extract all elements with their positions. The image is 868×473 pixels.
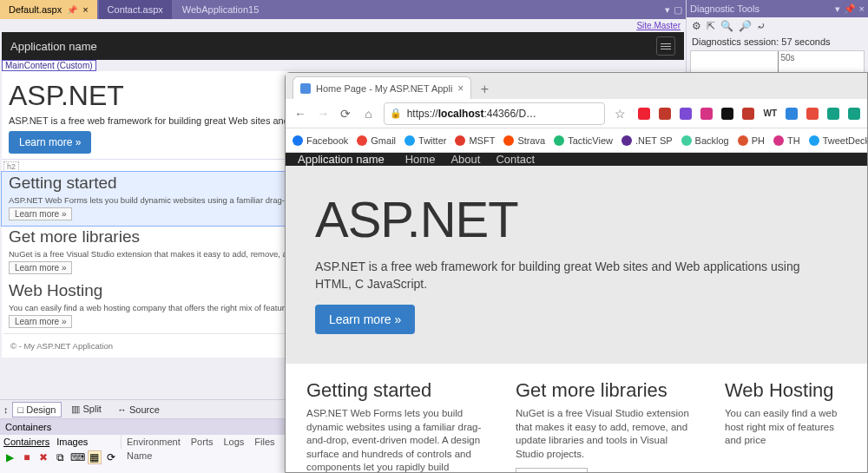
- select-tools-icon[interactable]: ⇱: [707, 20, 715, 32]
- diag-title-text: Diagnostic Tools: [690, 3, 760, 14]
- bookmark-item[interactable]: Facebook: [293, 135, 348, 146]
- extension-icon[interactable]: [680, 108, 692, 120]
- learn-more-button[interactable]: Learn more »: [9, 131, 91, 154]
- reset-zoom-icon[interactable]: ⤾: [757, 20, 766, 32]
- page-content: Application name Home About Contact ASP.…: [286, 153, 867, 472]
- home-icon[interactable]: ⌂: [361, 105, 377, 122]
- tab-label: Default.aspx: [9, 4, 62, 15]
- stop-icon[interactable]: ■: [20, 450, 33, 464]
- page-navbar: Application name Home About Contact: [286, 153, 867, 166]
- col-body: You can easily find a web host right mix…: [725, 407, 846, 448]
- pin-icon[interactable]: 📌: [844, 3, 856, 15]
- h2-tag[interactable]: h2: [3, 161, 19, 172]
- bookmark-item[interactable]: PH: [738, 135, 765, 146]
- browser-window: Home Page - My ASP.NET Appli × + ← → ⟳ ⌂…: [285, 72, 868, 473]
- nav-about[interactable]: About: [450, 153, 480, 166]
- nav-contact[interactable]: Contact: [496, 153, 535, 166]
- forward-icon: →: [315, 105, 331, 122]
- col-files[interactable]: Files: [254, 437, 274, 447]
- address-bar-row: ← → ⟳ ⌂ 🔒 https://localhost:44366/D… ☆ W…: [286, 99, 867, 128]
- content-placeholder-tag[interactable]: MainContent (Custom): [2, 60, 96, 71]
- bookmark-item[interactable]: Gmail: [357, 135, 396, 146]
- window-icon[interactable]: ▢: [674, 4, 682, 16]
- tabstrip-right-controls: ▾ ▢: [665, 0, 686, 19]
- learn-more-link[interactable]: Learn more »: [9, 315, 72, 328]
- view-split[interactable]: ▥ Split: [65, 401, 107, 417]
- col-title: Web Hosting: [725, 379, 846, 402]
- bookmark-item[interactable]: Strava: [503, 135, 545, 146]
- view-design[interactable]: □ Design: [12, 402, 62, 417]
- col-env[interactable]: Environment: [127, 437, 181, 447]
- extension-icon[interactable]: WT: [763, 108, 777, 118]
- extension-icon[interactable]: [700, 108, 713, 120]
- nav-home[interactable]: Home: [405, 153, 436, 166]
- diagnostic-tools-panel: Diagnostic Tools ▾ 📌 × ⚙ ⇱ 🔍 🔎 ⤾ Diagnos…: [686, 0, 868, 80]
- close-icon[interactable]: ×: [82, 4, 88, 15]
- bookmark-item[interactable]: .NET SP: [621, 135, 673, 146]
- browser-titlebar[interactable]: Home Page - My ASP.NET Appli × +: [286, 73, 867, 99]
- col-ports[interactable]: Ports: [191, 437, 214, 447]
- delete-icon[interactable]: ✖: [37, 450, 50, 464]
- inspect-icon[interactable]: ⧉: [54, 450, 67, 464]
- play-icon[interactable]: ▶: [3, 450, 16, 464]
- hamburger-icon[interactable]: [656, 36, 675, 56]
- close-icon[interactable]: ×: [457, 82, 464, 95]
- diag-titlebar[interactable]: Diagnostic Tools ▾ 📌 ×: [687, 0, 868, 17]
- chevron-down-icon[interactable]: ▾: [835, 3, 840, 15]
- favorite-icon[interactable]: ☆: [612, 105, 628, 122]
- extension-icon[interactable]: [742, 108, 754, 120]
- learn-more-button[interactable]: Learn more »: [315, 305, 415, 334]
- bookmark-item[interactable]: Twitter: [404, 135, 446, 146]
- appbar-brand[interactable]: Application name: [10, 40, 97, 53]
- extension-icon[interactable]: [659, 108, 671, 120]
- site-master-link[interactable]: Site.Master: [636, 21, 681, 30]
- extension-icon[interactable]: [827, 108, 839, 120]
- tab-containers[interactable]: Containers: [3, 437, 49, 447]
- page-hero: ASP.NET ASP.NET is a free web framework …: [286, 166, 867, 364]
- document-tabstrip: Default.aspx 📌 × Contact.aspx WebApplica…: [0, 0, 686, 19]
- nav-brand[interactable]: Application name: [298, 153, 385, 166]
- zoom-out-icon[interactable]: 🔎: [739, 20, 752, 32]
- extension-icon[interactable]: [848, 108, 860, 120]
- reload-icon[interactable]: ⟳: [338, 105, 353, 122]
- expand-icon[interactable]: ↕: [3, 404, 9, 415]
- col-logs[interactable]: Logs: [223, 437, 244, 447]
- learn-more-link[interactable]: Learn more »: [9, 207, 72, 220]
- terminal-icon[interactable]: ⌨: [70, 450, 84, 464]
- col-body: ASP.NET Web Forms lets you build dynamic…: [306, 407, 488, 472]
- bookmark-item[interactable]: MSFT: [455, 135, 495, 146]
- bookmarks-bar: FacebookGmailTwitterMSFTStravaTacticView…: [286, 128, 867, 153]
- doc-tab-default[interactable]: Default.aspx 📌 ×: [0, 0, 97, 19]
- browser-tab[interactable]: Home Page - My ASP.NET Appli ×: [293, 76, 471, 99]
- chevron-down-icon[interactable]: ▾: [665, 4, 670, 16]
- extension-icon[interactable]: [638, 108, 650, 120]
- doc-tab-project[interactable]: WebApplication15: [174, 0, 267, 19]
- hero-title: ASP.NET: [315, 190, 838, 248]
- learn-more-link[interactable]: Learn more »: [516, 468, 588, 472]
- bookmark-item[interactable]: TacticView: [554, 135, 613, 146]
- bookmark-item[interactable]: Backlog: [681, 135, 729, 146]
- bookmark-item[interactable]: TweetDeck: [809, 135, 867, 146]
- pin-icon[interactable]: 📌: [67, 5, 77, 15]
- extension-icon[interactable]: [806, 108, 819, 120]
- lock-icon: 🔒: [390, 108, 402, 119]
- zoom-in-icon[interactable]: 🔍: [720, 20, 733, 32]
- col-hosting: Web Hosting You can easily find a web ho…: [725, 379, 846, 472]
- bookmark-item[interactable]: TH: [773, 135, 800, 146]
- gear-icon[interactable]: ⚙: [692, 20, 701, 32]
- close-icon[interactable]: ×: [859, 3, 865, 14]
- extension-icon[interactable]: [786, 108, 798, 120]
- learn-more-link[interactable]: Learn more »: [9, 261, 72, 274]
- col-title: Get more libraries: [516, 379, 697, 402]
- col-body: NuGet is a free Visual Studio extension …: [516, 407, 697, 461]
- doc-tab-contact[interactable]: Contact.aspx: [99, 0, 172, 19]
- tab-images[interactable]: Images: [56, 437, 88, 447]
- view-source[interactable]: ↔ Source: [111, 402, 166, 417]
- extension-icon[interactable]: [721, 108, 733, 120]
- back-icon[interactable]: ←: [293, 105, 308, 122]
- highlight-icon[interactable]: ▦: [88, 450, 101, 464]
- new-tab-button[interactable]: +: [475, 80, 494, 99]
- extension-icons: WT: [638, 108, 860, 120]
- refresh-icon[interactable]: ⟳: [105, 450, 118, 464]
- address-bar[interactable]: 🔒 https://localhost:44366/D…: [384, 102, 606, 125]
